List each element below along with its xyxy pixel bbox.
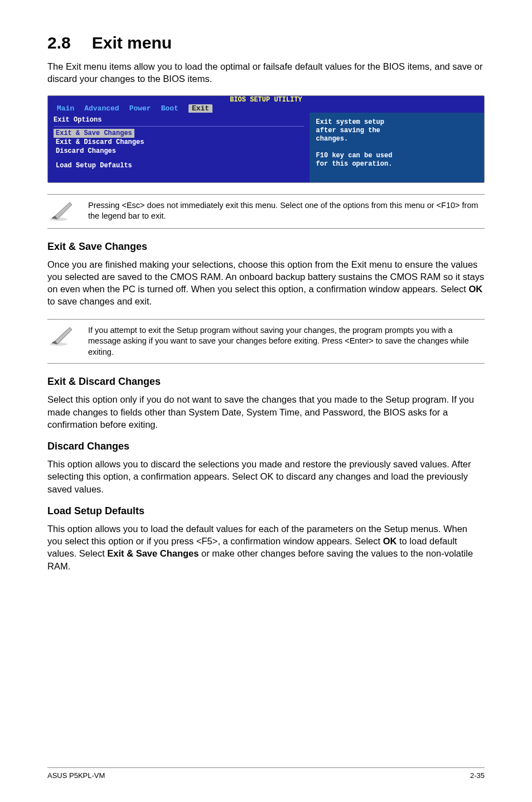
bios-body: Exit Options Exit & Save Changes Exit & … [48, 113, 484, 182]
footer-left: ASUS P5KPL-VM [47, 771, 105, 780]
bios-header: BIOS SETUP UTILITY Main Advanced Power B… [48, 96, 484, 113]
bios-gap [54, 156, 304, 161]
ok-label: OK [260, 471, 274, 481]
pencil-icon [47, 325, 74, 347]
body-exit-discard: Select this option only if you do not wa… [47, 393, 485, 431]
bios-help-line: Exit system setup [316, 118, 477, 127]
subheading-load-defaults: Load Setup Defaults [47, 505, 485, 517]
bios-help-line: changes. [316, 135, 477, 143]
bios-screenshot: BIOS SETUP UTILITY Main Advanced Power B… [47, 95, 485, 183]
bios-tab-power: Power [129, 104, 151, 113]
section-title-text: Exit menu [92, 33, 172, 52]
note-box: If you attempt to exit the Setup program… [47, 319, 485, 364]
bios-item-selected: Exit & Save Changes [54, 129, 134, 138]
subheading-exit-discard: Exit & Discard Changes [47, 376, 485, 388]
bios-tab-boot: Boot [161, 104, 178, 113]
bold-exit-save: Exit & Save Changes [107, 548, 199, 558]
bios-item: Load Setup Defaults [54, 161, 304, 170]
note-text: If you attempt to exit the Setup program… [88, 325, 485, 358]
body-text: Once you are finished making your select… [47, 259, 484, 294]
body-exit-save: Once you are finished making your select… [47, 258, 485, 308]
bios-tab-exit: Exit [188, 104, 212, 113]
subheading-discard: Discard Changes [47, 441, 485, 452]
section-number: 2.8 [47, 33, 71, 52]
subheading-exit-save: Exit & Save Changes [47, 241, 485, 253]
body-text: to save changes and exit. [47, 296, 152, 306]
bold-ok: OK [383, 536, 397, 546]
bios-tab-advanced: Advanced [84, 104, 119, 113]
footer-right: 2-35 [470, 771, 485, 780]
body-discard: This option allows you to discard the se… [47, 458, 485, 495]
bios-group-label: Exit Options [54, 116, 304, 124]
bold-ok: OK [468, 284, 482, 294]
bios-tab-main: Main [57, 104, 74, 113]
bios-help-line: for this operation. [316, 160, 477, 168]
bios-divider [54, 126, 304, 127]
page-footer: ASUS P5KPL-VM 2-35 [47, 767, 485, 780]
bios-left-pane: Exit Options Exit & Save Changes Exit & … [48, 113, 309, 182]
intro-paragraph: The Exit menu items allow you to load th… [47, 60, 485, 85]
bios-help-line: after saving the [316, 127, 477, 135]
note-box: Pressing <Esc> does not immediately exit… [47, 194, 485, 229]
bios-help-line: F10 key can be used [316, 152, 477, 160]
bios-help-line [316, 143, 477, 152]
pencil-icon [47, 200, 74, 223]
bios-right-pane: Exit system setup after saving the chang… [309, 113, 484, 182]
bios-item: Exit & Discard Changes [54, 138, 304, 147]
bios-header-title: BIOS SETUP UTILITY [48, 96, 484, 104]
body-load-defaults: This option allows you to load the defau… [47, 523, 485, 572]
bios-item: Discard Changes [54, 147, 304, 156]
note-text: Pressing <Esc> does not immediately exit… [88, 200, 485, 222]
bios-tabs: Main Advanced Power Boot Exit [48, 104, 212, 113]
section-heading: 2.8Exit menu [47, 33, 485, 52]
